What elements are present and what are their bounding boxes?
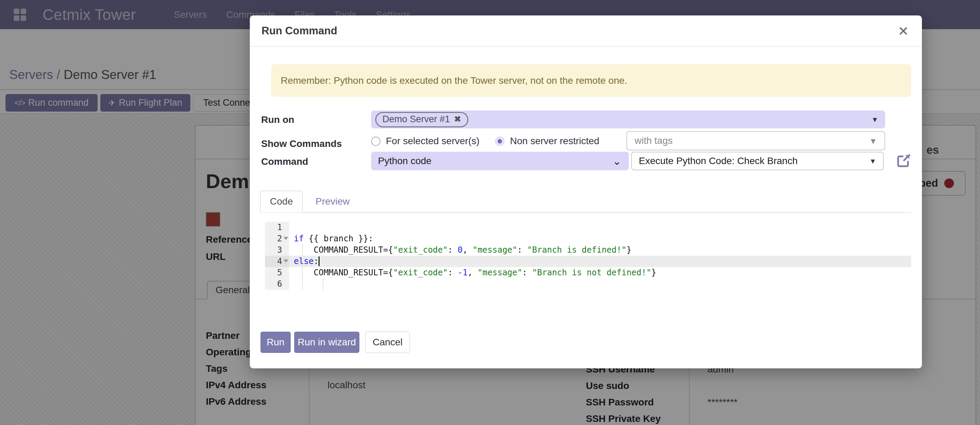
run-button[interactable]: Run xyxy=(261,331,291,353)
command-label: Command xyxy=(261,156,308,167)
command-value: Execute Python Code: Check Branch xyxy=(639,155,797,167)
editor-gutter-number: 1 xyxy=(265,222,289,233)
show-commands-label: Show Commands xyxy=(261,138,342,149)
run-on-select[interactable]: Demo Server #1 ✖ ▾ xyxy=(371,111,885,128)
close-icon[interactable]: ✕ xyxy=(895,23,912,40)
editor-gutter-number: 5 xyxy=(265,267,289,278)
command-select[interactable]: Execute Python Code: Check Branch ▾ xyxy=(631,152,884,170)
chevron-down-icon: ▾ xyxy=(871,135,875,147)
warning-alert: Remember: Python code is executed on the… xyxy=(271,64,911,97)
editor-line: 5 COMMAND_RESULT={"exit_code": -1, "mess… xyxy=(265,267,911,278)
chevron-down-icon: ⌄ xyxy=(612,155,621,167)
editor-line: 6 xyxy=(265,278,911,290)
fold-arrow-icon[interactable] xyxy=(283,260,288,263)
code-editor[interactable]: 12if {{ branch }}:3 COMMAND_RESULT={"exi… xyxy=(265,222,911,290)
with-tags-select[interactable]: with tags ▾ xyxy=(627,131,885,151)
editor-code-line: if {{ branch }}: xyxy=(289,233,911,244)
editor-code-line xyxy=(289,278,911,290)
editor-line: 2if {{ branch }}: xyxy=(265,233,911,244)
editor-code-line: COMMAND_RESULT={"exit_code": 0, "message… xyxy=(289,244,911,256)
run-on-label: Run on xyxy=(261,114,294,125)
editor-code-line: COMMAND_RESULT={"exit_code": -1, "messag… xyxy=(289,267,911,278)
with-tags-placeholder: with tags xyxy=(635,135,673,146)
modal-footer: Run Run in wizard Cancel xyxy=(261,331,410,353)
command-type-select[interactable]: Python code ⌄ xyxy=(371,152,629,170)
editor-gutter-number: 2 xyxy=(265,233,289,244)
editor-line: 1 xyxy=(265,222,911,233)
external-link-icon[interactable] xyxy=(896,153,911,169)
indent-guide xyxy=(302,278,303,290)
chevron-down-icon: ▾ xyxy=(871,156,875,166)
editor-code-line xyxy=(289,222,911,233)
command-type-value: Python code xyxy=(378,155,431,167)
indent-guide xyxy=(302,244,303,256)
server-tag-pill: Demo Server #1 ✖ xyxy=(375,112,468,127)
editor-tabs: Code Preview xyxy=(261,190,911,213)
editor-gutter-number: 3 xyxy=(265,244,289,256)
editor-gutter-number: 6 xyxy=(265,278,289,290)
indent-guide xyxy=(323,278,323,290)
tab-code[interactable]: Code xyxy=(260,190,303,212)
indent-guide xyxy=(302,267,303,278)
run-command-modal: Run Command ✕ Remember: Python code is e… xyxy=(250,16,922,368)
show-commands-radios: For selected server(s) Non server restri… xyxy=(371,136,599,147)
modal-header: Run Command ✕ xyxy=(250,16,922,47)
editor-line: 3 COMMAND_RESULT={"exit_code": 0, "messa… xyxy=(265,244,911,256)
run-in-wizard-button[interactable]: Run in wizard xyxy=(294,331,360,353)
editor-line: 4else: xyxy=(265,256,911,267)
tab-preview[interactable]: Preview xyxy=(309,190,356,212)
server-tag-label: Demo Server #1 xyxy=(382,114,450,125)
editor-code-line: else: xyxy=(289,256,911,267)
radio-for-selected-servers-label: For selected server(s) xyxy=(386,136,479,147)
warning-alert-text: Remember: Python code is executed on the… xyxy=(281,75,627,86)
text-cursor xyxy=(318,257,320,266)
modal-title: Run Command xyxy=(261,25,337,37)
radio-for-selected-servers[interactable] xyxy=(371,136,380,146)
radio-non-server-restricted[interactable] xyxy=(495,136,504,146)
editor-gutter-number: 4 xyxy=(265,256,289,267)
radio-non-server-restricted-label: Non server restricted xyxy=(510,136,599,147)
cancel-button[interactable]: Cancel xyxy=(365,331,410,353)
tag-remove-icon[interactable]: ✖ xyxy=(454,114,461,124)
chevron-down-icon: ▾ xyxy=(873,115,877,124)
fold-arrow-icon[interactable] xyxy=(283,237,288,240)
